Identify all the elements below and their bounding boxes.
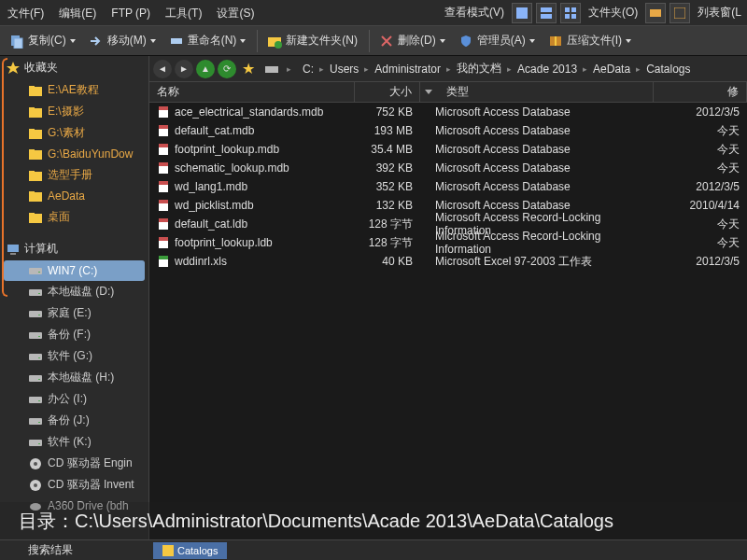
view-mode-label[interactable]: 查看模式(V) [444,5,504,21]
file-name: wd_picklist.mdb [175,199,254,212]
menu-ftp[interactable]: FTP (P) [104,0,158,26]
favorite-item[interactable]: AeData [0,186,148,206]
file-modified: 今天 [654,235,747,251]
move-button[interactable]: 移动(M) [83,29,162,53]
svg-rect-31 [10,253,16,255]
svg-rect-1 [541,7,552,12]
view-details-button[interactable] [560,3,581,23]
rename-button[interactable]: 重命名(N) [163,29,252,53]
drive-icon [28,498,43,513]
nav-favorite-button[interactable]: ★ [239,60,258,78]
file-modified: 今天 [654,142,747,158]
menu-file[interactable]: 文件(F) [0,0,51,26]
drive-item[interactable]: A360 Drive (bdh [0,496,148,516]
menu-tools[interactable]: 工具(T) [158,0,209,26]
file-row[interactable]: ace_electrical_standards.mdb752 KBMicros… [149,103,747,121]
favorite-item[interactable]: E:\AE教程 [0,79,148,101]
menu-bar: 文件(F) 编辑(E) FTP (P) 工具(T) 设置(S) 查看模式(V) … [0,0,747,26]
item-label: AeData [48,189,85,203]
breadcrumb-item[interactable]: AeData [591,63,632,76]
menu-settings[interactable]: 设置(S) [209,0,261,26]
item-label: 家庭 (E:) [48,305,92,321]
drive-item[interactable]: 软件 (G:) [0,345,148,367]
folder-icon [28,210,43,225]
folder-grid-button[interactable] [669,3,690,23]
view-icons-button[interactable] [512,3,532,23]
favorite-item[interactable]: G:\BaiduYunDow [0,144,148,164]
favorites-group[interactable]: 收藏夹 [0,56,148,79]
svg-rect-23 [29,149,35,152]
folder-label[interactable]: 文件夹(O) [588,5,638,21]
svg-rect-6 [571,14,576,19]
file-row[interactable]: default_cat.mdb193 MBMicrosoft Access Da… [149,121,747,140]
breadcrumb: C:▸Users▸Administrator▸我的文档▸Acade 2013▸A… [301,61,693,77]
nav-back-button[interactable]: ◄ [153,60,172,78]
svg-rect-65 [159,181,168,185]
item-label: G:\BaiduYunDow [48,147,133,161]
file-row[interactable]: wd_lang1.mdb352 KBMicrosoft Access Datab… [149,177,747,196]
admin-button[interactable]: 管理员(A) [453,29,541,53]
file-row[interactable]: schematic_lookup.mdb392 KBMicrosoft Acce… [149,159,747,177]
svg-rect-46 [29,418,42,425]
file-icon [157,199,170,212]
nav-forward-button[interactable]: ► [175,60,193,78]
drive-item[interactable]: 本地磁盘 (D:) [0,281,148,302]
menu-edit[interactable]: 编辑(E) [51,0,104,26]
folder-tree-button[interactable] [645,3,666,23]
drive-item[interactable]: 办公 (I:) [0,388,148,410]
file-size: 35.4 MB [355,143,420,156]
item-label: 软件 (G:) [48,348,92,364]
nav-refresh-button[interactable]: ⟳ [218,60,236,78]
listwin-label[interactable]: 列表窗(L [698,5,741,21]
favorite-item[interactable]: 选型手册 [0,164,148,186]
drive-item[interactable]: 备份 (J:) [0,410,148,431]
breadcrumb-item[interactable]: C: [301,63,316,76]
breadcrumb-item[interactable]: 我的文档 [455,61,503,77]
col-type[interactable]: 类型 [420,82,654,102]
col-name[interactable]: 名称 [149,82,355,102]
computer-group[interactable]: 计算机 [0,237,148,260]
col-size[interactable]: 大小 [355,82,420,102]
svg-rect-3 [565,7,570,12]
col-modified[interactable]: 修 [654,82,747,102]
item-label: CD 驱动器 Engin [48,455,133,471]
search-results-label[interactable]: 搜索结果 [0,542,149,558]
drive-icon [28,456,43,471]
favorite-item[interactable]: G:\素材 [0,122,148,144]
svg-rect-32 [29,268,42,274]
drive-item[interactable]: 软件 (K:) [0,431,148,453]
drive-item[interactable]: 备份 (F:) [0,324,148,345]
drive-item[interactable]: CD 驱动器 Invent [0,474,148,496]
file-row[interactable]: footprint_lookup.mdb35.4 MBMicrosoft Acc… [149,140,747,159]
file-icon [157,105,170,119]
file-name: schematic_lookup.mdb [175,161,289,175]
tab-catalogs[interactable]: Catalogs [153,542,227,559]
copy-button[interactable]: 复制(C) [4,29,81,53]
favorite-item[interactable]: 桌面 [0,206,148,228]
delete-button[interactable]: 删除(D) [374,29,451,53]
breadcrumb-item[interactable]: Acade 2013 [515,63,579,76]
drive-item[interactable]: WIN7 (C:) [4,260,145,281]
breadcrumb-item[interactable]: Users [328,63,360,76]
drive-item[interactable]: 本地磁盘 (H:) [0,367,148,388]
compress-button[interactable]: 压缩文件(I) [543,29,637,53]
folder-icon [28,83,43,98]
chevron-right-icon: ▸ [579,64,591,74]
file-type: Microsoft Access Database [420,143,654,156]
drive-item[interactable]: CD 驱动器 Engin [0,453,148,474]
file-row[interactable]: footprint_lookup.ldb128 字节Microsoft Acce… [149,233,747,252]
new-folder-button[interactable]: 新建文件夹(N) [261,29,363,53]
breadcrumb-item[interactable]: Catalogs [644,63,692,76]
file-name: default_cat.mdb [175,124,254,137]
file-list[interactable]: ace_electrical_standards.mdb752 KBMicros… [149,103,747,539]
file-row[interactable]: wddinrl.xls40 KBMicrosoft Excel 97-2003 … [149,252,747,271]
star-icon [6,61,21,76]
nav-bar: ◄ ► ▲ ⟳ ★ ▸ C:▸Users▸Administrator▸我的文档▸… [149,56,747,82]
view-list-button[interactable] [536,3,557,23]
favorite-item[interactable]: E:\摄影 [0,101,148,122]
svg-rect-35 [38,293,40,294]
nav-up-button[interactable]: ▲ [196,60,215,78]
drive-item[interactable]: 家庭 (E:) [0,302,148,324]
file-name: footprint_lookup.ldb [175,236,273,249]
breadcrumb-item[interactable]: Administrator [373,63,443,76]
